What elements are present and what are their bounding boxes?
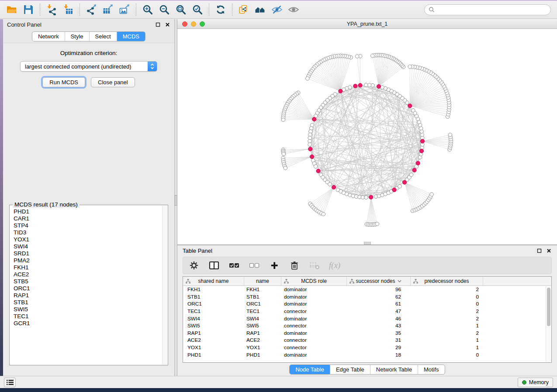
graph-node[interactable] [281,118,285,122]
graph-hub-node[interactable] [416,161,420,165]
open-file-button[interactable] [3,3,20,17]
network-canvas[interactable] [177,29,557,244]
graph-hub-node[interactable] [310,155,314,158]
close-window-button[interactable] [182,21,187,27]
optimization-criterion-select[interactable]: largest connected component (undirected) [20,61,157,72]
clone-network-button[interactable] [235,3,252,17]
graph-hub-node[interactable] [392,188,396,192]
table-row[interactable]: YOX1 YOX1 connector 29 1 [183,344,546,351]
graph-node[interactable] [364,196,368,199]
show-log-button[interactable] [4,378,16,387]
graph-node[interactable] [322,212,325,216]
mcds-result-item[interactable]: GCR1 [14,320,162,327]
refresh-view-button[interactable] [212,3,229,17]
hide-selected-button[interactable] [269,3,285,17]
mcds-result-item[interactable]: SWI4 [14,243,162,250]
export-network-button[interactable] [83,3,100,17]
column-header-name[interactable]: name [244,277,281,285]
graph-node[interactable] [282,152,286,156]
run-mcds-button[interactable]: Run MCDS [42,77,85,87]
splitter-grip[interactable] [174,195,177,206]
mcds-result-item[interactable]: YOX1 [14,236,162,243]
graph-node[interactable] [308,143,312,147]
graph-hub-node[interactable] [353,84,357,88]
delete-column-button[interactable] [289,260,300,271]
graph-node[interactable] [355,55,359,58]
table-settings-gear-button[interactable] [188,260,200,271]
import-network-button[interactable] [43,3,60,17]
result-scrollbar[interactable] [162,206,167,364]
zoom-fit-button[interactable] [173,3,189,17]
graph-node[interactable] [411,108,415,112]
mcds-result-item[interactable]: STB5 [14,278,162,285]
graph-node[interactable] [328,182,332,186]
graph-node[interactable] [408,65,412,69]
import-table-button[interactable] [60,3,76,17]
table-row[interactable]: ACE2 ACE2 connector 31 1 [183,337,546,344]
tab-select[interactable]: Select [89,32,117,41]
graph-node[interactable] [284,166,287,170]
graph-hub-node[interactable] [408,104,412,108]
network-view-titlebar[interactable]: YPA_prune.txt_1 [177,19,557,29]
tab-mcds[interactable]: MCDS [117,32,145,41]
mcds-result-item[interactable]: RAP1 [14,292,162,299]
column-header-successor-nodes[interactable]: successor nodes [347,277,411,285]
network-graph[interactable] [177,29,557,244]
close-panel-button[interactable] [165,22,170,28]
mcds-result-item[interactable]: SRD1 [14,250,162,257]
unselect-all-rows-button[interactable] [249,260,260,271]
mcds-result-item[interactable]: PHD1 [14,208,162,215]
graph-hub-node[interactable] [377,84,381,88]
zoom-in-button[interactable] [139,3,156,17]
tab-network-table[interactable]: Network Table [370,365,418,374]
mcds-result-item[interactable]: CAR1 [14,215,162,222]
table-row[interactable]: STB1 STB1 dominator 62 0 [183,293,546,301]
table-row[interactable]: RAP1 RAP1 dominator 35 2 [183,330,546,337]
graph-node[interactable] [448,133,452,137]
mcds-result-list[interactable]: PHD1 CAR1 STP4 TID3 YOX1 SWI4 SRD1 [10,206,162,364]
mcds-result-item[interactable]: TEC1 [14,313,162,320]
mcds-result-item[interactable]: PMA2 [14,257,162,264]
table-scrollbar-thumb[interactable] [547,288,550,326]
table-row[interactable]: SWI5 SWI5 connector 43 1 [183,322,546,330]
table-row[interactable]: FKH1 FKH1 dominator 96 2 [183,286,546,293]
show-all-button[interactable] [285,3,302,17]
graph-node[interactable] [370,54,374,58]
mcds-result-item[interactable]: FKH1 [14,264,162,271]
column-header-predecessor-nodes[interactable]: predecessor nodes [411,277,483,285]
horizontal-splitter-grip[interactable] [364,242,371,244]
graph-node[interactable] [409,173,413,177]
export-table-button[interactable] [100,3,116,17]
graph-hub-node[interactable] [332,185,336,189]
tab-node-table[interactable]: Node Table [290,365,330,374]
tab-style[interactable]: Style [65,32,89,41]
mcds-result-item[interactable]: STB1 [14,299,162,306]
search-field[interactable] [424,4,551,15]
table-row[interactable]: ORC1 ORC1 dominator 61 0 [183,300,546,308]
show-columns-button[interactable] [208,260,220,271]
graph-hub-node[interactable] [339,89,343,93]
close-panel-action-button[interactable]: Close panel [91,77,135,87]
search-input[interactable] [437,7,547,13]
table-row[interactable]: PHD1 PHD1 dominator 18 0 [183,351,546,358]
zoom-window-button[interactable] [200,21,205,27]
graph-hub-node[interactable] [316,169,320,173]
export-image-button[interactable] [116,3,133,17]
graph-hub-node[interactable] [412,168,416,172]
graph-hub-node[interactable] [420,139,424,143]
mcds-result-item[interactable]: ORC1 [14,285,162,292]
graph-node[interactable] [306,77,310,81]
graph-hub-node[interactable] [358,83,362,87]
graph-hub-node[interactable] [308,147,312,151]
graph-hub-node[interactable] [419,149,423,153]
add-column-button[interactable] [269,260,280,271]
tab-motifs[interactable]: Motifs [418,365,445,374]
minimize-window-button[interactable] [191,21,196,27]
graph-node[interactable] [364,83,368,87]
table-row[interactable]: TEC1 TEC1 connector 47 2 [183,308,546,315]
graph-node[interactable] [375,222,379,226]
graph-node[interactable] [398,184,402,188]
tab-edge-table[interactable]: Edge Table [330,365,370,374]
mcds-result-item[interactable]: SWI5 [14,306,162,313]
column-header-shared-name[interactable]: shared name [183,277,244,285]
